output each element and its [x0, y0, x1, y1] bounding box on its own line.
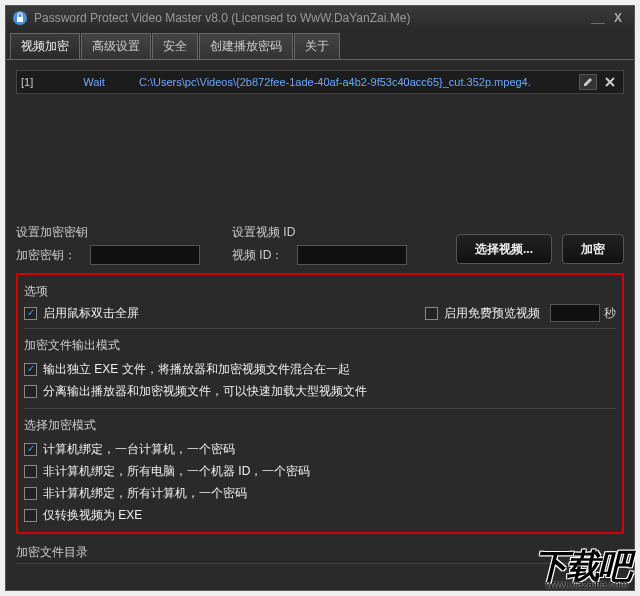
- set-key-label: 设置加密密钥: [16, 224, 200, 241]
- remove-icon[interactable]: [601, 74, 619, 90]
- tab-security[interactable]: 安全: [152, 33, 198, 59]
- file-path: C:\Users\pc\Videos\{2b872fee-1ade-40af-a…: [139, 76, 575, 88]
- mode3-label: 非计算机绑定，所有计算机，一个密码: [43, 485, 247, 502]
- set-videoid-label: 设置视频 ID: [232, 224, 407, 241]
- videoid-label: 视频 ID：: [232, 247, 283, 264]
- app-icon: [12, 10, 28, 26]
- chk-output-separate[interactable]: [24, 385, 37, 398]
- tab-strip: 视频加密 高级设置 安全 创建播放密码 关于: [6, 30, 634, 60]
- tab-video-encrypt[interactable]: 视频加密: [10, 33, 80, 59]
- videoid-group: 设置视频 ID 视频 ID：: [232, 224, 407, 269]
- edit-icon[interactable]: [579, 74, 597, 90]
- chk-mode-computer-bind[interactable]: [24, 443, 37, 456]
- chk-mode-convert-only[interactable]: [24, 509, 37, 522]
- preview-seconds-input[interactable]: [550, 304, 600, 322]
- minimize-button[interactable]: __: [588, 11, 608, 25]
- tab-advanced[interactable]: 高级设置: [81, 33, 151, 59]
- tab-about[interactable]: 关于: [294, 33, 340, 59]
- dblclick-label: 启用鼠标双击全屏: [43, 305, 139, 322]
- output-mode-group: 加密文件输出模式 输出独立 EXE 文件，将播放器和加密视频文件混合在一起 分离…: [24, 328, 616, 402]
- file-index: [1]: [21, 76, 49, 88]
- chk-mode-all-one-pw[interactable]: [24, 487, 37, 500]
- free-preview-label: 启用免费预览视频: [444, 305, 540, 322]
- options-row: 启用鼠标双击全屏 启用免费预览视频 秒: [24, 304, 616, 322]
- app-window: Password Protect Video Master v8.0 (Lice…: [5, 5, 635, 591]
- encrypt-mode-group: 选择加密模式 计算机绑定，一台计算机，一个密码 非计算机绑定，所有电脑，一个机器…: [24, 408, 616, 526]
- encrypt-button[interactable]: 加密: [562, 234, 624, 264]
- videoid-input[interactable]: [297, 245, 407, 265]
- chk-mode-machineid[interactable]: [24, 465, 37, 478]
- mode2-label: 非计算机绑定，所有电脑，一个机器 ID，一个密码: [43, 463, 310, 480]
- action-buttons: 选择视频... 加密: [456, 224, 624, 264]
- window-title: Password Protect Video Master v8.0 (Lice…: [34, 11, 588, 25]
- output-opt2: 分离输出播放器和加密视频文件，可以快速加载大型视频文件: [43, 383, 367, 400]
- output-opt1: 输出独立 EXE 文件，将播放器和加密视频文件混合在一起: [43, 361, 350, 378]
- title-bar: Password Protect Video Master v8.0 (Lice…: [6, 6, 634, 30]
- chk-dblclick-fullscreen[interactable]: [24, 307, 37, 320]
- options-title: 选项: [24, 283, 616, 300]
- chk-free-preview[interactable]: [425, 307, 438, 320]
- mode4-label: 仅转换视频为 EXE: [43, 507, 142, 524]
- select-video-button[interactable]: 选择视频...: [456, 234, 552, 264]
- close-button[interactable]: X: [608, 11, 628, 25]
- key-label: 加密密钥：: [16, 247, 76, 264]
- content-pane: [1] Wait C:\Users\pc\Videos\{2b872fee-1a…: [6, 60, 634, 574]
- watermark-url: www.xiazaiba.com: [546, 579, 628, 590]
- output-mode-title: 加密文件输出模式: [24, 337, 616, 354]
- key-input[interactable]: [90, 245, 200, 265]
- seconds-label: 秒: [604, 305, 616, 322]
- chk-output-single-exe[interactable]: [24, 363, 37, 376]
- encrypt-mode-title: 选择加密模式: [24, 417, 616, 434]
- svg-rect-1: [17, 17, 23, 22]
- key-video-row: 设置加密密钥 加密密钥： 设置视频 ID 视频 ID： 选择视频... 加密: [16, 224, 624, 269]
- file-list-row[interactable]: [1] Wait C:\Users\pc\Videos\{2b872fee-1a…: [16, 70, 624, 94]
- output-dir-label: 加密文件目录: [16, 544, 624, 561]
- mode1-label: 计算机绑定，一台计算机，一个密码: [43, 441, 235, 458]
- divider: [16, 563, 624, 564]
- highlighted-options: 选项 启用鼠标双击全屏 启用免费预览视频 秒 加密文件输出模式 输出独立 EXE: [16, 273, 624, 534]
- file-status: Wait: [49, 76, 139, 88]
- key-group: 设置加密密钥 加密密钥：: [16, 224, 200, 269]
- tab-create-play-pw[interactable]: 创建播放密码: [199, 33, 293, 59]
